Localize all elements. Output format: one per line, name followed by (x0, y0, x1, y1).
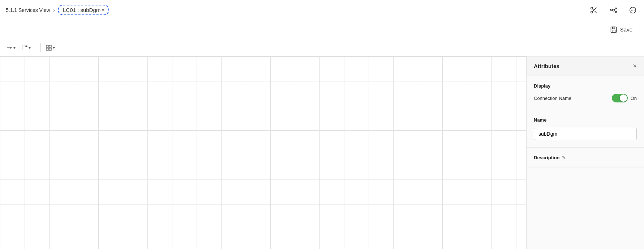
save-button[interactable]: Save (606, 24, 637, 35)
svg-line-10 (614, 9, 615, 9)
display-heading: Display (534, 83, 637, 89)
description-edit-icon[interactable]: ✎ (562, 155, 566, 160)
save-label: Save (620, 26, 632, 33)
arrow-tool-button[interactable] (4, 44, 18, 51)
network-icon (609, 6, 617, 14)
header-left: 5.1.1 Services View › LC01 : subDgm ▾ (6, 5, 109, 15)
arrow-dropdown-icon (13, 47, 16, 49)
panel-header: Attributes × (527, 56, 644, 76)
display-section: Display Connection Name On (527, 76, 644, 110)
svg-rect-26 (46, 48, 48, 50)
svg-marker-21 (13, 47, 16, 49)
toggle-wrap: On (612, 94, 637, 102)
svg-point-7 (615, 8, 617, 9)
toolbar-group-arrows (4, 44, 33, 52)
name-section: Name (527, 110, 644, 148)
svg-line-4 (592, 9, 594, 10)
svg-rect-17 (612, 27, 615, 29)
bend-dropdown-icon (28, 47, 31, 49)
toolbar (0, 39, 644, 56)
description-section: Description ✎ (527, 148, 644, 168)
toggle-state-label: On (631, 96, 637, 101)
name-input[interactable] (534, 128, 637, 140)
description-heading: Description (534, 155, 560, 160)
header-right (588, 5, 638, 16)
svg-point-0 (591, 7, 593, 9)
svg-marker-20 (10, 47, 12, 49)
svg-point-6 (610, 9, 611, 11)
breadcrumb-sep: › (53, 7, 55, 13)
scissors-icon (590, 6, 598, 14)
network-button[interactable] (608, 5, 619, 16)
close-panel-button[interactable]: × (633, 62, 637, 70)
save-row: Save (0, 20, 644, 39)
svg-marker-28 (52, 47, 55, 49)
panel-title: Attributes (534, 63, 559, 69)
connection-name-row: Connection Name On (534, 94, 637, 102)
bend-tool-icon (22, 45, 27, 50)
svg-point-1 (591, 11, 593, 13)
header: 5.1.1 Services View › LC01 : subDgm ▾ (0, 0, 644, 20)
connection-name-label: Connection Name (534, 96, 571, 101)
grid-tool-button[interactable] (44, 43, 57, 52)
diagram-label[interactable]: LC01 : subDgm ▾ (58, 5, 109, 15)
diagram-canvas[interactable] (0, 56, 526, 249)
svg-rect-27 (49, 48, 51, 50)
main-area: Attributes × Display Connection Name On … (0, 56, 644, 249)
dropdown-arrow-icon: ▾ (102, 8, 104, 13)
toolbar-separator (40, 43, 41, 52)
attributes-panel: Attributes × Display Connection Name On … (526, 56, 644, 249)
description-row: Description ✎ (534, 155, 637, 160)
breadcrumb: 5.1.1 Services View (6, 7, 50, 13)
diagram-name: LC01 : subDgm (63, 7, 100, 13)
svg-rect-25 (49, 45, 51, 47)
chat-icon (629, 6, 637, 14)
svg-rect-24 (46, 45, 48, 47)
arrow-tool-icon (7, 46, 12, 50)
save-icon (610, 26, 617, 33)
toolbar-group-grid (44, 43, 57, 52)
svg-line-11 (614, 10, 615, 11)
svg-point-8 (615, 11, 617, 12)
chat-button[interactable] (627, 5, 638, 16)
name-heading: Name (534, 117, 637, 123)
svg-point-5 (612, 9, 614, 11)
svg-rect-18 (612, 30, 615, 32)
grid-tool-icon (46, 45, 52, 51)
scissors-button[interactable] (588, 5, 599, 16)
connection-name-toggle[interactable] (612, 94, 628, 102)
svg-rect-16 (611, 27, 616, 32)
toggle-knob (620, 94, 627, 102)
grid-dropdown-icon (52, 47, 55, 49)
bend-tool-button[interactable] (20, 44, 33, 52)
svg-line-3 (594, 11, 596, 13)
svg-marker-23 (28, 47, 31, 49)
